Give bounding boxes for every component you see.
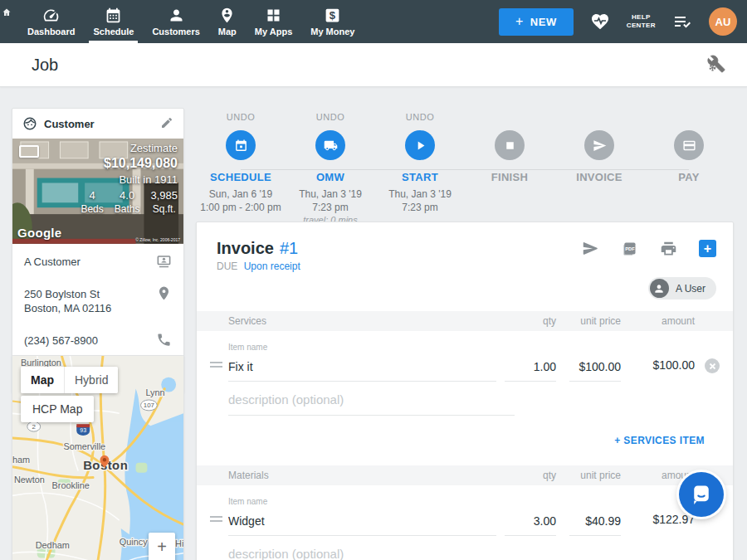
delete-item-button[interactable] [705,358,720,373]
help-center-link[interactable]: HELP CENTER [627,13,656,30]
unit-price-input[interactable] [569,512,621,536]
svg-text:107: 107 [144,402,154,409]
map-widget: Burlington Lynn Somerville Boston Newton… [12,355,184,560]
finish-step-button[interactable] [495,130,525,160]
person-icon [168,7,185,24]
add-services-item-link[interactable]: + SERVICES ITEM [614,435,705,446]
timeline-step-omw: UNDO OMW Thu, Jan 3 '19 7:23 pm travel: … [286,112,375,226]
svg-text:PDF: PDF [625,246,635,251]
phone-icon[interactable] [156,332,172,348]
svg-text:$: $ [330,9,336,22]
nav-item-customers[interactable]: Customers [143,0,208,43]
send-icon [593,139,607,153]
invoice-card: Invoice #1 PDF + [196,222,734,560]
pdf-icon: PDF [621,240,638,257]
address-line1: 250 Boylston St [24,288,100,300]
health-button[interactable] [590,12,610,32]
undo-link[interactable]: UNDO [316,112,344,124]
person-pin-icon [218,7,236,24]
nav-item-my-money[interactable]: $ My Money [301,0,364,43]
step-date: Sun, Jan 6 '19 [209,187,272,201]
map-type-hybrid-button[interactable]: Hybrid [64,367,118,393]
dollar-icon: $ [324,7,341,24]
checklist-button[interactable] [672,12,692,32]
description-input[interactable] [228,544,515,560]
item-name-input[interactable] [228,512,496,536]
zoom-in-button[interactable]: + [149,533,175,560]
line-amount: $100.00 [634,358,695,382]
contact-card-icon[interactable] [156,253,172,269]
map-type-map-button[interactable]: Map [21,367,64,393]
description-input[interactable] [228,390,515,416]
map-label-hi: Hi [175,538,183,548]
step-date: Thu, Jan 3 '19 [299,187,362,201]
speedometer-icon [42,7,60,24]
nav-label: Customers [152,27,199,37]
send-invoice-button[interactable] [582,240,599,257]
print-button[interactable] [660,240,677,257]
undo-link[interactable]: UNDO [227,112,255,124]
pay-step-button[interactable] [674,130,704,160]
baths-label: Baths [115,203,140,215]
invoice-title: Invoice [217,239,274,258]
item-name-label: Item name [228,497,496,506]
nav-item-dashboard[interactable]: Dashboard [18,0,84,43]
step-time: 7:23 pm [402,201,437,214]
nav-item-map[interactable]: Map [209,0,246,43]
map-pin-icon[interactable] [156,285,172,301]
new-button-label: NEW [530,16,557,28]
qty-input[interactable] [505,512,556,536]
service-item-row: Item name $100.00 [197,331,733,382]
omw-step-button[interactable] [315,130,345,160]
map-label-newton: Newton [14,475,45,485]
qty-header: qty [505,315,556,327]
built-year: Built in 1911 [81,173,178,186]
drag-handle[interactable] [210,514,228,536]
list-check-icon [672,12,692,32]
property-photo: Zestimate $10,149,080 Built in 1911 4Bed… [12,139,183,245]
start-step-button[interactable] [405,130,435,160]
undo-link[interactable]: UNDO [406,112,434,124]
help-center-line1: HELP [627,13,656,22]
assigned-user-chip[interactable]: A User [648,277,716,299]
step-label: SCHEDULE [210,171,271,183]
due-terms-link[interactable]: Upon receipt [244,261,300,272]
add-invoice-button[interactable]: + [699,240,716,257]
drag-handle[interactable] [210,359,228,382]
hcp-map-button[interactable]: HCP Map [21,396,94,422]
plus-icon: + [515,17,524,27]
user-avatar[interactable]: AU [709,7,737,36]
material-description-row [197,536,733,560]
app-root: Dashboard Schedule Customers Map My Apps… [0,0,747,560]
customer-card: Customer [12,108,184,393]
invoice-step-button[interactable] [584,130,614,160]
map-label-dedham: Dedham [36,540,70,550]
customer-card-title: Customer [44,118,154,130]
timeline-step-start: UNDO START Thu, Jan 3 '19 7:23 pm [375,112,465,226]
job-settings-button[interactable] [707,55,725,75]
chat-bubble-button[interactable] [679,472,724,517]
schedule-step-button[interactable] [226,130,256,160]
sqft-label: Sq.ft. [150,203,178,215]
qty-input[interactable] [505,358,556,382]
pdf-button[interactable]: PDF [621,240,638,257]
hcp-logo [2,7,12,18]
street-view-icon[interactable] [19,145,39,158]
new-button[interactable]: + NEW [499,8,574,36]
zestimate-label: Zestimate [81,142,178,154]
printer-icon [660,240,677,257]
amount-header: amount [634,315,695,327]
item-name-input[interactable] [228,358,496,382]
sqft-value: 3,985 [150,189,178,202]
service-description-row [197,382,733,416]
nav-label: Schedule [93,27,134,37]
map-label-brookline: Brookline [52,480,90,490]
help-center-line2: CENTER [627,22,656,30]
unit-price-input[interactable] [569,358,621,382]
nav-item-schedule[interactable]: Schedule [84,0,143,43]
edit-customer-button[interactable] [160,116,173,132]
step-time: 1:00 pm - 2:00 pm [200,201,281,214]
map-type-toggle: Map Hybrid [21,367,118,393]
nav-item-my-apps[interactable]: My Apps [246,0,301,43]
unit-price-header: unit price [569,315,621,327]
